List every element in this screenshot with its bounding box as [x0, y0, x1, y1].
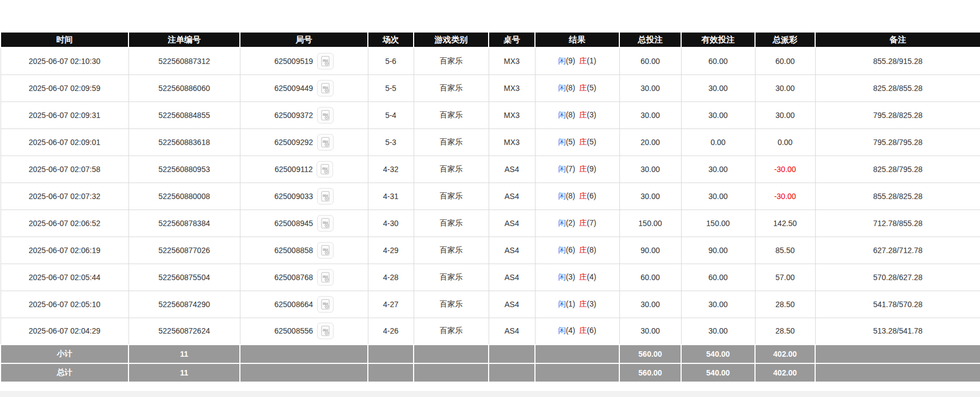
column-header-table-id: 桌号: [489, 32, 535, 47]
cell-result: 闲(8)庄(6): [535, 183, 619, 210]
round-id-text: 625008945: [274, 219, 313, 228]
video-replay-button[interactable]: [317, 80, 334, 96]
cell-bet-id: 522560880008: [128, 183, 240, 210]
cell-total-bet-link[interactable]: 30.00: [619, 101, 681, 128]
video-replay-button[interactable]: [317, 107, 334, 124]
cell-session: 5-3: [368, 128, 414, 155]
subtotal-empty-cell: [240, 345, 368, 363]
table-row: 2025-06-07 02:05:10 522560874290 6250086…: [1, 291, 980, 318]
cell-table-id: AS4: [489, 318, 535, 345]
cell-remark: 825.28/855.28: [815, 74, 980, 101]
cell-result: 闲(4)庄(6): [535, 318, 619, 345]
grand-total-valid-bet: 540.00: [681, 363, 755, 382]
video-replay-button[interactable]: [317, 53, 334, 69]
video-replay-button[interactable]: [317, 215, 334, 232]
cell-payout: 0.00: [755, 128, 815, 155]
subtotal-valid-bet: 540.00: [681, 345, 755, 363]
video-replay-button[interactable]: [317, 134, 334, 151]
cell-round-id: 625009519: [240, 47, 368, 74]
cell-valid-bet: 30.00: [681, 183, 755, 210]
cell-time: 2025-06-07 02:10:30: [1, 47, 128, 74]
result-player-label: 闲: [558, 272, 566, 281]
cell-total-bet-link[interactable]: 30.00: [619, 183, 681, 210]
cell-table-id: AS4: [489, 237, 535, 264]
cell-game-type: 百家乐: [414, 210, 489, 237]
cell-round-id: 625008768: [240, 264, 368, 291]
cell-valid-bet: 30.00: [681, 291, 755, 318]
cell-payout: 28.50: [755, 318, 815, 345]
result-banker-label: 庄: [579, 110, 587, 119]
video-replay-button[interactable]: [317, 323, 334, 339]
cell-result: 闲(8)庄(3): [535, 101, 619, 128]
column-header-total-bet: 总投注: [619, 32, 681, 47]
result-banker-score: (6): [587, 191, 596, 200]
result-player-score: (8): [566, 110, 575, 119]
cell-result: 闲(5)庄(5): [535, 128, 619, 155]
column-header-session: 场次: [368, 32, 414, 47]
round-id-text: 625008556: [274, 326, 313, 335]
result-banker-score: (7): [587, 218, 596, 227]
cell-total-bet-link[interactable]: 30.00: [619, 74, 681, 101]
grand-total-empty-cell: [240, 363, 368, 382]
cell-remark: 627.28/712.78: [815, 237, 980, 264]
table-body: 2025-06-07 02:10:30 522560887312 6250095…: [1, 47, 980, 345]
cell-game-type: 百家乐: [414, 291, 489, 318]
table-row: 2025-06-07 02:06:52 522560878384 6250089…: [1, 210, 980, 237]
cell-time: 2025-06-07 02:09:31: [1, 101, 128, 128]
horizontal-scrollbar-track: [0, 391, 980, 397]
cell-result: 闲(8)庄(5): [535, 74, 619, 101]
video-replay-icon: [319, 163, 331, 175]
table-footer: 小计 11 560.00 540.00 402.00 总计 11 560.00 …: [1, 345, 980, 382]
cell-total-bet-link[interactable]: 20.00: [619, 128, 681, 155]
cell-game-type: 百家乐: [414, 128, 489, 155]
cell-total-bet-link[interactable]: 60.00: [619, 264, 681, 291]
cell-result: 闲(3)庄(4): [535, 264, 619, 291]
video-replay-button[interactable]: [317, 269, 334, 286]
result-player-label: 闲: [558, 137, 566, 146]
column-header-result: 结果: [535, 32, 619, 47]
result-banker-label: 庄: [579, 137, 587, 146]
cell-remark: 513.28/541.78: [815, 318, 980, 345]
grand-total-payout: 402.00: [755, 363, 815, 382]
video-replay-button[interactable]: [317, 161, 333, 178]
video-replay-icon: [319, 325, 331, 337]
cell-valid-bet: 60.00: [681, 264, 755, 291]
cell-total-bet-link[interactable]: 30.00: [619, 155, 681, 183]
column-header-payout: 总派彩: [755, 32, 815, 47]
result-banker-label: 庄: [579, 218, 587, 227]
round-id-text: 625009449: [274, 84, 313, 93]
video-replay-button[interactable]: [317, 188, 334, 205]
cell-bet-id: 522560875504: [128, 264, 240, 291]
cell-session: 5-6: [368, 47, 414, 74]
cell-total-bet-link[interactable]: 30.00: [619, 291, 681, 318]
result-banker-label: 庄: [579, 272, 587, 281]
result-player-label: 闲: [558, 218, 566, 227]
cell-total-bet-link[interactable]: 60.00: [619, 47, 681, 74]
video-replay-button[interactable]: [317, 296, 334, 313]
cell-total-bet-link[interactable]: 90.00: [619, 237, 681, 264]
cell-payout: -30.00: [755, 183, 815, 210]
column-header-remark: 备注: [815, 32, 980, 47]
cell-session: 4-31: [368, 183, 414, 210]
cell-payout: 57.00: [755, 264, 815, 291]
round-id-text: 625008858: [274, 246, 313, 255]
cell-round-id: 625009292: [240, 128, 368, 155]
table-row: 2025-06-07 02:05:44 522560875504 6250087…: [1, 264, 980, 291]
column-header-round-id: 局号: [240, 32, 368, 47]
round-id-text: 625009292: [274, 138, 313, 147]
cell-table-id: MX3: [489, 101, 535, 128]
cell-round-id: 625008945: [240, 210, 368, 237]
cell-table-id: AS4: [489, 210, 535, 237]
cell-payout: 30.00: [755, 74, 815, 101]
subtotal-row: 小计 11 560.00 540.00 402.00: [1, 345, 980, 363]
video-replay-icon: [319, 55, 331, 67]
cell-result: 闲(7)庄(9): [535, 155, 619, 183]
video-replay-button[interactable]: [317, 242, 334, 259]
cell-table-id: AS4: [489, 183, 535, 210]
cell-total-bet-link[interactable]: 30.00: [619, 318, 681, 345]
result-player-label: 闲: [558, 191, 566, 200]
cell-total-bet-link[interactable]: 150.00: [619, 210, 681, 237]
result-banker-label: 庄: [579, 299, 587, 308]
video-replay-icon: [319, 244, 331, 256]
result-player-label: 闲: [558, 56, 566, 65]
